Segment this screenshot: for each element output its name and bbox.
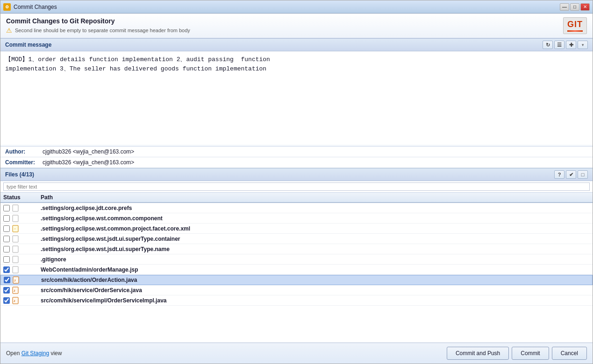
file-checkbox[interactable] <box>3 215 10 222</box>
svg-text:J: J <box>14 279 15 282</box>
filter-row <box>0 181 593 193</box>
warning-row: ⚠ Second line should be empty to separat… <box>6 27 190 34</box>
commit-message-toolbar: ↻ ☰ ✚ ▾ <box>543 41 588 49</box>
file-path: src/com/hik/action/OrderAction.java <box>41 277 589 283</box>
content-area: Commit Changes to Git Repository ⚠ Secon… <box>0 14 593 364</box>
warning-text: Second line should be empty to separate … <box>15 28 190 33</box>
status-cell <box>3 245 41 253</box>
files-toolbar: ? ✔ □ <box>554 170 588 179</box>
col-path-header: Path <box>41 194 590 201</box>
cancel-button[interactable]: Cancel <box>552 347 587 360</box>
minimize-button[interactable]: — <box>560 3 569 11</box>
table-row[interactable]: .settings/org.eclipse.wst.common.compone… <box>0 213 593 224</box>
file-path: src/com/hik/service/impl/OrderServiceImp… <box>41 297 590 304</box>
table-row[interactable]: Jsrc/com/hik/service/OrderService.java <box>0 285 593 295</box>
maximize-button[interactable]: □ <box>570 3 579 11</box>
footer: Open Git Staging view Commit and Push Co… <box>0 343 593 364</box>
status-cell <box>3 215 41 222</box>
table-header: Status Path <box>0 193 593 203</box>
svg-rect-5 <box>13 246 18 252</box>
commit-message-input[interactable] <box>0 51 593 145</box>
view-label: view <box>50 350 62 357</box>
author-row: Author: cjgithub326 <wyjia_chen@163.com> <box>0 147 593 157</box>
file-checkbox[interactable] <box>3 256 10 263</box>
section-expand-btn[interactable]: ▾ <box>578 41 588 49</box>
table-row[interactable]: ~.settings/org.eclipse.wst.common.projec… <box>0 224 593 234</box>
status-cell: ~ <box>3 225 41 232</box>
git-staging-link[interactable]: Git Staging <box>21 350 49 357</box>
file-type-icon: J <box>12 276 20 284</box>
commit-message-label: Commit message <box>5 42 51 48</box>
files-list: .settings/org.eclipse.jdt.core.prefs.set… <box>0 203 593 306</box>
warning-icon: ⚠ <box>6 27 12 34</box>
files-label: Files (4/13) <box>5 171 34 178</box>
file-path: .settings/org.eclipse.jdt.core.prefs <box>41 205 590 211</box>
file-checkbox[interactable] <box>3 287 10 294</box>
table-row[interactable]: .gitignore <box>0 254 593 265</box>
svg-rect-1 <box>13 215 18 222</box>
svg-rect-6 <box>13 256 18 263</box>
committer-label: Committer: <box>5 159 43 166</box>
files-section-header: Files (4/13) ? ✔ □ <box>0 168 593 181</box>
filter-input[interactable] <box>3 182 590 191</box>
table-row[interactable]: Jsrc/com/hik/service/impl/OrderServiceIm… <box>0 295 593 306</box>
file-type-icon <box>12 215 19 222</box>
files-section: Files (4/13) ? ✔ □ Status Path .settings… <box>0 168 593 343</box>
file-path: .settings/org.eclipse.wst.common.compone… <box>41 215 590 222</box>
file-checkbox[interactable] <box>3 266 10 273</box>
status-cell <box>3 256 41 263</box>
file-type-icon <box>12 266 19 273</box>
window-controls: — □ ✕ <box>560 3 590 11</box>
table-row[interactable]: .settings/org.eclipse.wst.jsdt.ui.superT… <box>0 234 593 244</box>
file-checkbox[interactable] <box>3 225 10 232</box>
open-label: Open <box>6 350 20 357</box>
file-type-icon: ~ <box>12 225 19 232</box>
file-path: .settings/org.eclipse.wst.common.project… <box>41 225 590 232</box>
status-cell: J <box>4 276 41 284</box>
commit-button[interactable]: Commit <box>512 347 549 360</box>
file-path: WebContent/admin/orderManage.jsp <box>41 266 590 273</box>
svg-rect-0 <box>13 205 18 211</box>
col-status-header: Status <box>3 194 41 201</box>
file-type-icon <box>12 256 19 263</box>
title-bar: ⚙ Commit Changes — □ ✕ <box>0 0 593 14</box>
files-check-all-btn[interactable]: ✔ <box>566 170 576 179</box>
toolbar-btn-1[interactable]: ↻ <box>543 41 553 49</box>
files-expand-btn[interactable]: □ <box>578 170 588 179</box>
table-row[interactable]: .settings/org.eclipse.jdt.core.prefs <box>0 203 593 213</box>
file-type-icon: J <box>12 287 19 294</box>
footer-left: Open Git Staging view <box>6 350 62 357</box>
table-row[interactable]: .settings/org.eclipse.wst.jsdt.ui.superT… <box>0 244 593 254</box>
commit-and-push-button[interactable]: Commit and Push <box>447 347 509 360</box>
svg-text:~: ~ <box>14 227 16 231</box>
status-cell <box>3 235 41 243</box>
files-help-btn[interactable]: ? <box>554 170 564 179</box>
file-type-icon <box>12 235 19 243</box>
table-row[interactable]: Jsrc/com/hik/action/OrderAction.java <box>0 275 593 285</box>
committer-value: cjgithub326 <wyjia_chen@163.com> <box>43 159 134 166</box>
file-checkbox[interactable] <box>3 246 10 252</box>
header-left: Commit Changes to Git Repository ⚠ Secon… <box>6 17 190 34</box>
file-path: src/com/hik/service/OrderService.java <box>41 287 590 294</box>
file-checkbox[interactable] <box>3 205 10 211</box>
svg-text:J: J <box>14 289 15 292</box>
files-scroll-wrapper[interactable]: .settings/org.eclipse.jdt.core.prefs.set… <box>0 203 593 306</box>
status-cell: J <box>3 297 41 304</box>
file-checkbox[interactable] <box>3 297 10 304</box>
footer-buttons: Commit and Push Commit Cancel <box>447 347 587 360</box>
file-checkbox[interactable] <box>3 236 10 242</box>
window-icon: ⚙ <box>3 3 11 11</box>
table-row[interactable]: WebContent/admin/orderManage.jsp <box>0 265 593 275</box>
close-button[interactable]: ✕ <box>580 3 590 11</box>
git-logo: GIT <box>563 17 587 34</box>
file-checkbox[interactable] <box>4 277 10 283</box>
toolbar-btn-2[interactable]: ☰ <box>554 41 564 49</box>
svg-rect-7 <box>13 266 18 273</box>
header-section: Commit Changes to Git Repository ⚠ Secon… <box>0 14 593 38</box>
file-type-icon <box>12 245 19 253</box>
toolbar-btn-3[interactable]: ✚ <box>566 41 576 49</box>
author-value: cjgithub326 <wyjia_chen@163.com> <box>43 148 134 155</box>
status-cell <box>3 266 41 273</box>
files-table: Status Path .settings/org.eclipse.jdt.co… <box>0 193 593 343</box>
commit-message-header: Commit message ↻ ☰ ✚ ▾ <box>0 38 593 51</box>
